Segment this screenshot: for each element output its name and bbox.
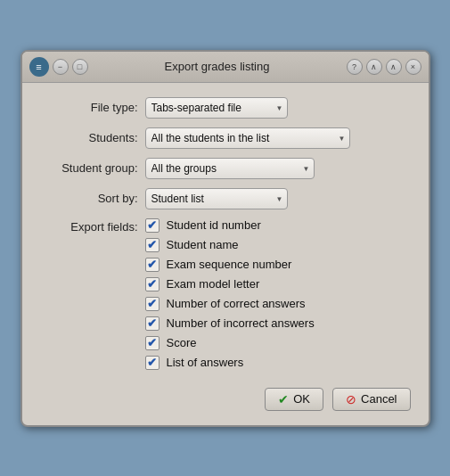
file-type-select-wrapper: Tabs-separated file CSV file: [145, 97, 288, 119]
checkbox-row: ✔Score: [145, 336, 315, 350]
checkbox-label-7: List of answers: [167, 356, 244, 369]
sort-by-label: Sort by:: [40, 192, 138, 205]
checkbox-row: ✔Student id number: [145, 218, 315, 233]
sort-by-row: Sort by: Student list Score: [40, 188, 411, 209]
checkbox-label-2: Exam sequence number: [167, 258, 292, 271]
checkbox-label-3: Exam model letter: [167, 277, 260, 291]
help-button[interactable]: ?: [347, 59, 363, 75]
checkbox-label-4: Number of correct answers: [167, 297, 306, 310]
cancel-button[interactable]: ⊘ Cancel: [332, 388, 410, 411]
checkbox-row: ✔Number of correct answers: [145, 297, 315, 311]
checkboxes-list: ✔Student id number✔Student name✔Exam seq…: [145, 218, 315, 370]
ok-icon: ✔: [278, 392, 289, 406]
scroll-up-button2[interactable]: ∧: [386, 59, 402, 75]
student-group-select-wrapper: All the groups Group 1 Group 2: [145, 158, 315, 179]
titlebar-left: ≡ − □: [29, 57, 88, 77]
file-type-label: File type:: [40, 101, 138, 114]
checkbox-6[interactable]: ✔: [145, 336, 160, 350]
checkbox-0[interactable]: ✔: [145, 218, 160, 233]
checkbox-label-1: Student name: [167, 238, 239, 251]
dialog-content: File type: Tabs-separated file CSV file …: [22, 83, 429, 425]
titlebar: ≡ − □ Export grades listing ? ∧ ∧ ×: [22, 52, 429, 83]
ok-label: OK: [293, 392, 310, 406]
student-group-label: Student group:: [40, 161, 138, 175]
export-fields-label: Export fields:: [40, 218, 138, 370]
cancel-label: Cancel: [361, 392, 397, 406]
checkbox-row: ✔Number of incorrect answers: [145, 316, 315, 331]
students-select[interactable]: All the students in the list Selected st…: [145, 127, 350, 149]
checkbox-label-5: Number of incorrect answers: [167, 316, 315, 330]
sort-by-select-wrapper: Student list Score: [145, 188, 288, 209]
app-icon: ≡: [29, 57, 49, 77]
students-select-wrapper: All the students in the list Selected st…: [145, 127, 350, 149]
checkbox-1[interactable]: ✔: [145, 238, 160, 252]
checkbox-row: ✔Exam model letter: [145, 277, 315, 291]
titlebar-right: ? ∧ ∧ ×: [347, 59, 421, 75]
button-row: ✔ OK ⊘ Cancel: [40, 381, 411, 411]
cancel-icon: ⊘: [346, 392, 356, 406]
dialog-title: Export grades listing: [88, 60, 347, 73]
checkbox-row: ✔List of answers: [145, 356, 315, 370]
checkbox-label-6: Score: [167, 336, 197, 349]
file-type-select[interactable]: Tabs-separated file CSV file: [145, 97, 288, 119]
close-button[interactable]: ×: [405, 59, 421, 75]
student-group-select[interactable]: All the groups Group 1 Group 2: [145, 158, 315, 179]
scroll-up-button1[interactable]: ∧: [366, 59, 382, 75]
checkbox-label-0: Student id number: [167, 218, 261, 232]
export-fields-section: Export fields: ✔Student id number✔Studen…: [40, 218, 411, 370]
checkbox-row: ✔Student name: [145, 238, 315, 252]
students-row: Students: All the students in the list S…: [40, 127, 411, 149]
minimize-button[interactable]: −: [53, 59, 69, 75]
checkbox-5[interactable]: ✔: [145, 316, 160, 331]
ok-button[interactable]: ✔ OK: [265, 388, 323, 411]
checkbox-3[interactable]: ✔: [145, 277, 160, 291]
sort-by-select[interactable]: Student list Score: [145, 188, 288, 209]
checkbox-7[interactable]: ✔: [145, 356, 160, 370]
maximize-button[interactable]: □: [72, 59, 88, 75]
student-group-row: Student group: All the groups Group 1 Gr…: [40, 158, 411, 179]
file-type-row: File type: Tabs-separated file CSV file: [40, 97, 411, 119]
checkbox-2[interactable]: ✔: [145, 258, 160, 272]
students-label: Students:: [40, 131, 138, 144]
checkbox-row: ✔Exam sequence number: [145, 258, 315, 272]
dialog-export-grades: ≡ − □ Export grades listing ? ∧ ∧ × File…: [20, 50, 430, 427]
checkbox-4[interactable]: ✔: [145, 297, 160, 311]
